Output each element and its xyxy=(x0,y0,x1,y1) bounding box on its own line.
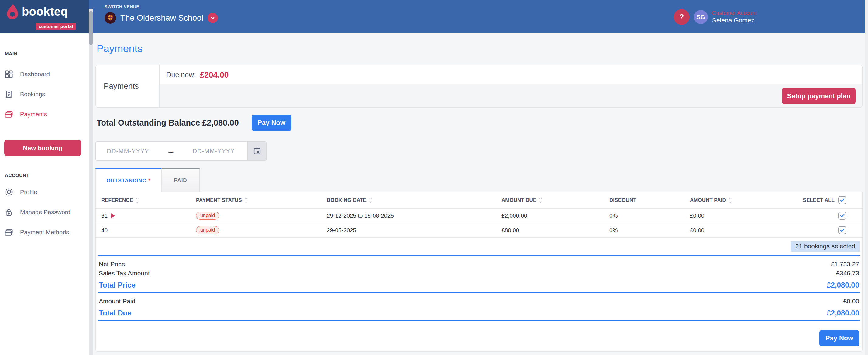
total-price-label: Total Price xyxy=(99,281,135,289)
main-content: Payments Payments Due now: £204.00 Setup… xyxy=(93,33,865,355)
outstanding-payments-card: REFERENCE PAYMENT STATUS BOOKING DATE AM… xyxy=(95,192,863,352)
sort-icon[interactable] xyxy=(244,197,248,204)
account-type-label: Customer Account xyxy=(712,10,757,17)
total-due-row: Total Due £2,080.00 xyxy=(98,307,860,321)
sort-icon[interactable] xyxy=(135,197,139,204)
check-icon xyxy=(839,213,845,218)
sidebar-item-manage-password[interactable]: Manage Password xyxy=(4,202,85,222)
expand-row-icon[interactable] xyxy=(111,213,115,218)
receipt-icon xyxy=(4,90,13,99)
sidebar-item-profile[interactable]: Profile xyxy=(4,182,85,202)
column-header-amount-due[interactable]: AMOUNT DUE xyxy=(501,197,609,204)
total-outstanding-balance: Total Outstanding Balance £2,080.00 xyxy=(97,118,239,128)
chevron-down-icon xyxy=(210,15,216,21)
help-button[interactable]: ? xyxy=(674,9,690,25)
column-header-payment-status[interactable]: PAYMENT STATUS xyxy=(196,197,327,204)
sidebar-item-dashboard[interactable]: Dashboard xyxy=(4,64,85,84)
start-date-input[interactable] xyxy=(96,142,160,160)
account-menu[interactable]: Customer Account Selena Gomez xyxy=(712,10,757,24)
top-bar: bookteq customer portal SWITCH VENUE: Th… xyxy=(0,0,868,33)
user-avatar[interactable]: SG xyxy=(694,10,708,24)
booking-reference: 61 xyxy=(101,212,107,219)
sidebar-item-label: Payment Methods xyxy=(20,229,69,236)
column-header-reference[interactable]: REFERENCE xyxy=(96,197,196,204)
tab-paid[interactable]: PAID xyxy=(162,168,200,192)
column-header-booking-date[interactable]: BOOKING DATE xyxy=(327,197,501,204)
check-icon xyxy=(839,197,845,203)
page-scrollbar-track[interactable] xyxy=(865,0,868,355)
table-row[interactable]: 61 unpaid 29-12-2025 to 18-08-2025 £2,00… xyxy=(96,208,862,223)
sort-icon[interactable] xyxy=(728,197,732,204)
venue-name: The Oldershaw School xyxy=(120,13,203,23)
table-row[interactable]: 40 unpaid 29-05-2025 £80.00 0% £0.00 xyxy=(96,223,862,238)
sidebar-scrollbar-track[interactable] xyxy=(89,8,93,355)
tab-label: PAID xyxy=(174,177,187,184)
booking-reference: 40 xyxy=(101,227,107,234)
sidebar-scrollbar-thumb[interactable] xyxy=(89,11,93,45)
tab-outstanding[interactable]: OUTSTANDING * xyxy=(95,168,162,192)
sidebar-item-payments[interactable]: Payments xyxy=(4,104,85,124)
amount-due: £2,000.00 xyxy=(501,212,609,219)
select-all-checkbox[interactable] xyxy=(838,196,846,204)
arrow-right-icon: → xyxy=(160,147,181,156)
booking-date: 29-12-2025 to 18-08-2025 xyxy=(327,212,501,219)
net-price-value: £1,733.27 xyxy=(831,261,859,268)
column-label: DISCOUNT xyxy=(609,197,637,203)
switch-venue-label: SWITCH VENUE: xyxy=(104,4,218,9)
sidebar-item-label: Manage Password xyxy=(20,209,70,216)
sidebar-item-label: Profile xyxy=(20,189,37,196)
column-label: PAYMENT STATUS xyxy=(196,197,242,203)
brand-logo-block[interactable]: bookteq customer portal xyxy=(0,0,89,33)
calendar-button[interactable] xyxy=(247,142,266,160)
pay-now-button-top[interactable]: Pay Now xyxy=(252,115,291,131)
new-booking-button[interactable]: New booking xyxy=(4,140,81,156)
customer-portal-badge: customer portal xyxy=(36,23,76,30)
venue-dropdown-button[interactable] xyxy=(208,13,218,23)
total-price-value: £2,080.00 xyxy=(827,281,859,289)
balance-label: Total Outstanding Balance xyxy=(97,118,200,127)
calendar-icon xyxy=(253,147,261,155)
amount-due: £80.00 xyxy=(501,227,609,234)
lock-icon xyxy=(4,208,13,217)
cards-icon xyxy=(4,228,13,237)
end-date-input[interactable] xyxy=(181,142,246,160)
account-area: ? SG Customer Account Selena Gomez xyxy=(674,8,757,26)
column-label: SELECT ALL xyxy=(803,197,835,203)
amount-paid-value: £0.00 xyxy=(843,298,859,305)
row-checkbox[interactable] xyxy=(838,226,846,234)
cards-icon xyxy=(4,110,13,119)
overview-panel-title: Payments xyxy=(96,65,160,107)
amount-paid-label: Amount Paid xyxy=(99,298,135,305)
sidebar-section-main: MAIN xyxy=(5,51,85,56)
row-checkbox[interactable] xyxy=(838,211,846,220)
sidebar-item-label: Payments xyxy=(20,111,47,118)
venue-avatar xyxy=(104,12,116,24)
column-label: REFERENCE xyxy=(101,197,133,203)
balance-amount: £2,080.00 xyxy=(203,118,239,127)
sales-tax-value: £346.73 xyxy=(836,270,859,277)
table-header-row: REFERENCE PAYMENT STATUS BOOKING DATE AM… xyxy=(96,192,862,208)
dashboard-icon xyxy=(4,69,13,79)
total-price-row: Total Price £2,080.00 xyxy=(98,279,860,293)
payments-tabs: OUTSTANDING * PAID xyxy=(95,168,200,192)
sort-icon[interactable] xyxy=(369,197,373,204)
sort-icon[interactable] xyxy=(538,197,542,204)
sidebar-item-bookings[interactable]: Bookings xyxy=(4,84,85,104)
sales-tax-row: Sales Tax Amount £346.73 xyxy=(98,269,860,278)
net-price-row: Net Price £1,733.27 xyxy=(98,260,860,269)
due-now-amount: £204.00 xyxy=(200,70,228,80)
column-header-select-all: SELECT ALL xyxy=(801,196,862,204)
setup-payment-plan-button[interactable]: Setup payment plan xyxy=(782,88,856,104)
venue-row[interactable]: The Oldershaw School xyxy=(104,12,218,24)
sidebar-item-payment-methods[interactable]: Payment Methods xyxy=(4,222,85,242)
bookings-selected-badge: 21 bookings selected xyxy=(791,241,860,252)
column-header-amount-paid[interactable]: AMOUNT PAID xyxy=(690,197,801,204)
date-range-filter: → xyxy=(95,141,267,161)
discount: 0% xyxy=(609,227,690,234)
discount: 0% xyxy=(609,212,690,219)
bookteq-droplet-icon xyxy=(6,4,19,20)
payments-page: bookteq customer portal SWITCH VENUE: Th… xyxy=(0,0,868,355)
column-label: BOOKING DATE xyxy=(327,197,367,203)
pay-now-button-bottom[interactable]: Pay Now xyxy=(819,330,859,347)
net-price-label: Net Price xyxy=(99,261,125,268)
